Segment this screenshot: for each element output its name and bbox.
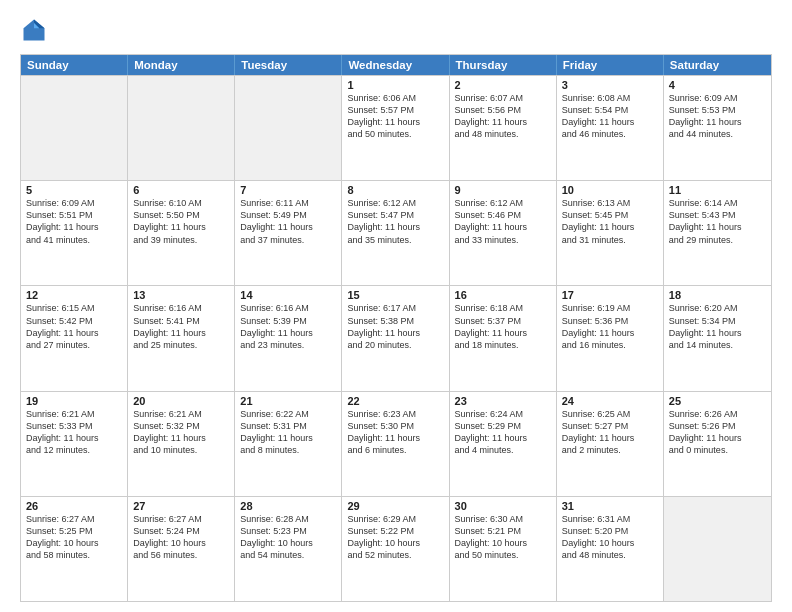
day-number: 26 <box>26 500 122 512</box>
calendar-cell: 17Sunrise: 6:19 AM Sunset: 5:36 PM Dayli… <box>557 286 664 390</box>
day-number: 20 <box>133 395 229 407</box>
day-number: 2 <box>455 79 551 91</box>
calendar-cell: 1Sunrise: 6:06 AM Sunset: 5:57 PM Daylig… <box>342 76 449 180</box>
day-number: 1 <box>347 79 443 91</box>
day-info: Sunrise: 6:09 AM Sunset: 5:53 PM Dayligh… <box>669 92 766 141</box>
day-info: Sunrise: 6:21 AM Sunset: 5:33 PM Dayligh… <box>26 408 122 457</box>
calendar-cell: 8Sunrise: 6:12 AM Sunset: 5:47 PM Daylig… <box>342 181 449 285</box>
day-number: 6 <box>133 184 229 196</box>
day-info: Sunrise: 6:22 AM Sunset: 5:31 PM Dayligh… <box>240 408 336 457</box>
calendar-cell: 29Sunrise: 6:29 AM Sunset: 5:22 PM Dayli… <box>342 497 449 601</box>
calendar-cell: 27Sunrise: 6:27 AM Sunset: 5:24 PM Dayli… <box>128 497 235 601</box>
calendar-cell: 30Sunrise: 6:30 AM Sunset: 5:21 PM Dayli… <box>450 497 557 601</box>
weekday-header: Thursday <box>450 55 557 75</box>
calendar-cell: 4Sunrise: 6:09 AM Sunset: 5:53 PM Daylig… <box>664 76 771 180</box>
day-number: 14 <box>240 289 336 301</box>
calendar-cell: 31Sunrise: 6:31 AM Sunset: 5:20 PM Dayli… <box>557 497 664 601</box>
calendar-cell: 19Sunrise: 6:21 AM Sunset: 5:33 PM Dayli… <box>21 392 128 496</box>
weekday-header: Tuesday <box>235 55 342 75</box>
day-info: Sunrise: 6:31 AM Sunset: 5:20 PM Dayligh… <box>562 513 658 562</box>
day-number: 23 <box>455 395 551 407</box>
day-info: Sunrise: 6:23 AM Sunset: 5:30 PM Dayligh… <box>347 408 443 457</box>
calendar-cell: 13Sunrise: 6:16 AM Sunset: 5:41 PM Dayli… <box>128 286 235 390</box>
calendar-row: 19Sunrise: 6:21 AM Sunset: 5:33 PM Dayli… <box>21 391 771 496</box>
calendar-row: 5Sunrise: 6:09 AM Sunset: 5:51 PM Daylig… <box>21 180 771 285</box>
day-info: Sunrise: 6:25 AM Sunset: 5:27 PM Dayligh… <box>562 408 658 457</box>
calendar-cell: 12Sunrise: 6:15 AM Sunset: 5:42 PM Dayli… <box>21 286 128 390</box>
calendar-cell: 6Sunrise: 6:10 AM Sunset: 5:50 PM Daylig… <box>128 181 235 285</box>
day-number: 28 <box>240 500 336 512</box>
day-info: Sunrise: 6:26 AM Sunset: 5:26 PM Dayligh… <box>669 408 766 457</box>
calendar-cell: 5Sunrise: 6:09 AM Sunset: 5:51 PM Daylig… <box>21 181 128 285</box>
day-info: Sunrise: 6:15 AM Sunset: 5:42 PM Dayligh… <box>26 302 122 351</box>
calendar-cell <box>128 76 235 180</box>
weekday-header: Saturday <box>664 55 771 75</box>
day-number: 12 <box>26 289 122 301</box>
day-number: 24 <box>562 395 658 407</box>
calendar-cell <box>664 497 771 601</box>
day-number: 5 <box>26 184 122 196</box>
calendar-cell: 16Sunrise: 6:18 AM Sunset: 5:37 PM Dayli… <box>450 286 557 390</box>
day-info: Sunrise: 6:12 AM Sunset: 5:46 PM Dayligh… <box>455 197 551 246</box>
calendar-cell: 10Sunrise: 6:13 AM Sunset: 5:45 PM Dayli… <box>557 181 664 285</box>
day-info: Sunrise: 6:07 AM Sunset: 5:56 PM Dayligh… <box>455 92 551 141</box>
day-number: 15 <box>347 289 443 301</box>
calendar-header: SundayMondayTuesdayWednesdayThursdayFrid… <box>21 55 771 75</box>
weekday-header: Sunday <box>21 55 128 75</box>
calendar: SundayMondayTuesdayWednesdayThursdayFrid… <box>20 54 772 602</box>
day-number: 16 <box>455 289 551 301</box>
weekday-header: Wednesday <box>342 55 449 75</box>
day-number: 10 <box>562 184 658 196</box>
calendar-row: 12Sunrise: 6:15 AM Sunset: 5:42 PM Dayli… <box>21 285 771 390</box>
day-number: 7 <box>240 184 336 196</box>
calendar-cell: 24Sunrise: 6:25 AM Sunset: 5:27 PM Dayli… <box>557 392 664 496</box>
calendar-cell: 21Sunrise: 6:22 AM Sunset: 5:31 PM Dayli… <box>235 392 342 496</box>
calendar-cell: 11Sunrise: 6:14 AM Sunset: 5:43 PM Dayli… <box>664 181 771 285</box>
calendar-cell: 28Sunrise: 6:28 AM Sunset: 5:23 PM Dayli… <box>235 497 342 601</box>
day-info: Sunrise: 6:08 AM Sunset: 5:54 PM Dayligh… <box>562 92 658 141</box>
day-number: 27 <box>133 500 229 512</box>
day-info: Sunrise: 6:24 AM Sunset: 5:29 PM Dayligh… <box>455 408 551 457</box>
calendar-row: 1Sunrise: 6:06 AM Sunset: 5:57 PM Daylig… <box>21 75 771 180</box>
logo <box>20 16 52 44</box>
day-info: Sunrise: 6:30 AM Sunset: 5:21 PM Dayligh… <box>455 513 551 562</box>
calendar-cell: 23Sunrise: 6:24 AM Sunset: 5:29 PM Dayli… <box>450 392 557 496</box>
day-number: 19 <box>26 395 122 407</box>
day-info: Sunrise: 6:27 AM Sunset: 5:25 PM Dayligh… <box>26 513 122 562</box>
day-number: 22 <box>347 395 443 407</box>
calendar-cell: 7Sunrise: 6:11 AM Sunset: 5:49 PM Daylig… <box>235 181 342 285</box>
day-info: Sunrise: 6:21 AM Sunset: 5:32 PM Dayligh… <box>133 408 229 457</box>
day-number: 21 <box>240 395 336 407</box>
calendar-cell <box>21 76 128 180</box>
calendar-cell: 2Sunrise: 6:07 AM Sunset: 5:56 PM Daylig… <box>450 76 557 180</box>
day-number: 18 <box>669 289 766 301</box>
day-number: 30 <box>455 500 551 512</box>
day-number: 31 <box>562 500 658 512</box>
day-number: 9 <box>455 184 551 196</box>
day-info: Sunrise: 6:28 AM Sunset: 5:23 PM Dayligh… <box>240 513 336 562</box>
day-number: 4 <box>669 79 766 91</box>
day-info: Sunrise: 6:29 AM Sunset: 5:22 PM Dayligh… <box>347 513 443 562</box>
calendar-cell: 15Sunrise: 6:17 AM Sunset: 5:38 PM Dayli… <box>342 286 449 390</box>
calendar-cell <box>235 76 342 180</box>
day-number: 11 <box>669 184 766 196</box>
calendar-cell: 3Sunrise: 6:08 AM Sunset: 5:54 PM Daylig… <box>557 76 664 180</box>
day-info: Sunrise: 6:11 AM Sunset: 5:49 PM Dayligh… <box>240 197 336 246</box>
calendar-cell: 20Sunrise: 6:21 AM Sunset: 5:32 PM Dayli… <box>128 392 235 496</box>
day-info: Sunrise: 6:17 AM Sunset: 5:38 PM Dayligh… <box>347 302 443 351</box>
day-info: Sunrise: 6:20 AM Sunset: 5:34 PM Dayligh… <box>669 302 766 351</box>
day-number: 3 <box>562 79 658 91</box>
day-number: 8 <box>347 184 443 196</box>
day-info: Sunrise: 6:10 AM Sunset: 5:50 PM Dayligh… <box>133 197 229 246</box>
calendar-cell: 14Sunrise: 6:16 AM Sunset: 5:39 PM Dayli… <box>235 286 342 390</box>
calendar-row: 26Sunrise: 6:27 AM Sunset: 5:25 PM Dayli… <box>21 496 771 601</box>
day-info: Sunrise: 6:14 AM Sunset: 5:43 PM Dayligh… <box>669 197 766 246</box>
calendar-cell: 26Sunrise: 6:27 AM Sunset: 5:25 PM Dayli… <box>21 497 128 601</box>
day-info: Sunrise: 6:27 AM Sunset: 5:24 PM Dayligh… <box>133 513 229 562</box>
calendar-cell: 25Sunrise: 6:26 AM Sunset: 5:26 PM Dayli… <box>664 392 771 496</box>
day-number: 29 <box>347 500 443 512</box>
day-info: Sunrise: 6:13 AM Sunset: 5:45 PM Dayligh… <box>562 197 658 246</box>
day-number: 17 <box>562 289 658 301</box>
calendar-body: 1Sunrise: 6:06 AM Sunset: 5:57 PM Daylig… <box>21 75 771 601</box>
logo-icon <box>20 16 48 44</box>
